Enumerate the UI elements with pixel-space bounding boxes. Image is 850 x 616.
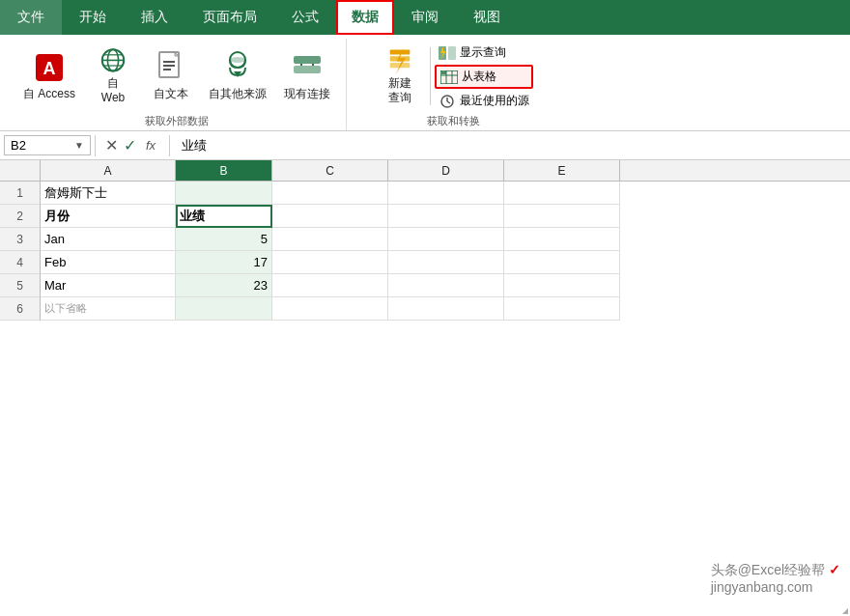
cell-a6[interactable]: 以下省略 (41, 297, 176, 321)
cell-e6[interactable] (504, 297, 620, 321)
cell-e1[interactable] (504, 182, 620, 205)
tab-home[interactable]: 开始 (62, 0, 124, 35)
transform-items: 新建 查询 显示查询 (374, 42, 533, 110)
cell-c3[interactable] (272, 228, 388, 251)
ribbon-group-transform: 新建 查询 显示查询 (347, 39, 559, 130)
column-headers: A B C D E (0, 160, 850, 182)
web-icon (96, 46, 130, 74)
watermark-text: 头条@Excel经验帮 (711, 562, 825, 577)
formula-icons: ✕ ✓ fx (99, 136, 165, 154)
cell-b1[interactable] (176, 182, 272, 205)
from-other-label: 自其他来源 (209, 87, 267, 102)
cell-a2[interactable]: 月份 (41, 205, 176, 228)
cell-d4[interactable] (388, 251, 504, 274)
svg-rect-16 (294, 66, 321, 73)
row-num-3: 3 (0, 228, 41, 251)
cell-d6[interactable] (388, 297, 504, 321)
cell-c5[interactable] (272, 274, 388, 297)
cell-a1[interactable]: 詹姆斯下士 (41, 182, 176, 205)
from-other-button[interactable]: 自其他来源 (203, 42, 272, 110)
new-query-icon (382, 46, 417, 76)
formula-separator (95, 135, 96, 156)
cell-a4[interactable]: Feb (41, 251, 176, 274)
row-num-5: 5 (0, 274, 41, 297)
transform-group-label: 获取和转换 (427, 110, 480, 128)
ribbon-container: 文件 开始 插入 页面布局 公式 数据 审阅 视图 A 自 Access (0, 0, 850, 131)
tab-page-layout[interactable]: 页面布局 (185, 0, 274, 35)
ribbon-group-external: A 自 Access 自 Web (8, 39, 347, 130)
from-text-button[interactable]: 自文本 (145, 42, 197, 110)
col-header-e[interactable]: E (504, 160, 620, 181)
cell-a5[interactable]: Mar (41, 274, 176, 297)
svg-rect-15 (294, 56, 321, 64)
fx-label: fx (142, 138, 159, 153)
from-web-button[interactable]: 自 Web (87, 42, 139, 110)
from-access-label: 自 Access (23, 87, 75, 102)
cell-b4[interactable]: 17 (176, 251, 272, 274)
confirm-formula-icon[interactable]: ✓ (124, 136, 136, 154)
cell-b6[interactable] (176, 297, 272, 321)
row-num-1: 1 (0, 182, 41, 205)
cell-d3[interactable] (388, 228, 504, 251)
tab-file[interactable]: 文件 (0, 0, 62, 35)
cell-b3[interactable]: 5 (176, 228, 272, 251)
divider (430, 47, 431, 105)
tab-formulas[interactable]: 公式 (274, 0, 336, 35)
cell-e5[interactable] (504, 274, 620, 297)
cell-a3[interactable]: Jan (41, 228, 176, 251)
cell-d1[interactable] (388, 182, 504, 205)
transform-small-buttons: 显示查询 从表格 (435, 42, 533, 110)
select-all-icon (836, 602, 848, 614)
show-queries-button[interactable]: 显示查询 (435, 42, 533, 63)
name-box[interactable]: B2 ▼ (4, 135, 91, 155)
existing-connections-button[interactable]: 现有连接 (278, 42, 336, 110)
svg-rect-30 (441, 71, 446, 74)
watermark: 头条@Excel经验帮 ✓ jingyanbang.com (711, 562, 840, 595)
row-num-6: 6 (0, 297, 41, 321)
cell-c2[interactable] (272, 205, 388, 228)
table-row: 5 Mar 23 (0, 274, 850, 297)
svg-rect-24 (448, 46, 456, 60)
svg-rect-19 (389, 49, 410, 54)
cell-b5[interactable]: 23 (176, 274, 272, 297)
select-all-corner[interactable] (0, 160, 41, 181)
formula-input[interactable] (174, 138, 846, 153)
row-num-2: 2 (0, 205, 41, 228)
cell-d2[interactable] (388, 205, 504, 228)
svg-point-13 (230, 57, 245, 63)
from-web-label: 自 Web (101, 76, 125, 106)
tab-view[interactable]: 视图 (456, 0, 518, 35)
svg-marker-34 (842, 608, 848, 614)
recent-sources-button[interactable]: 最近使用的源 (435, 91, 533, 111)
cell-c4[interactable] (272, 251, 388, 274)
cancel-formula-icon[interactable]: ✕ (105, 136, 118, 154)
formula-bar: B2 ▼ ✕ ✓ fx (0, 131, 850, 160)
cell-b2[interactable]: 业绩 (176, 205, 272, 228)
from-table-button[interactable]: 从表格 (435, 65, 533, 89)
cell-d5[interactable] (388, 274, 504, 297)
col-header-c[interactable]: C (272, 160, 388, 181)
cell-reference: B2 (11, 138, 26, 153)
tab-review[interactable]: 审阅 (394, 0, 456, 35)
tab-insert[interactable]: 插入 (124, 0, 185, 35)
row-num-4: 4 (0, 251, 41, 274)
col-header-d[interactable]: D (388, 160, 504, 181)
col-header-b[interactable]: B (176, 160, 272, 181)
col-header-a[interactable]: A (41, 160, 176, 181)
from-table-icon (440, 70, 458, 84)
cell-c6[interactable] (272, 297, 388, 321)
show-queries-icon (439, 46, 456, 60)
cell-e2[interactable] (504, 205, 620, 228)
cell-e4[interactable] (504, 251, 620, 274)
table-row: 6 以下省略 (0, 297, 850, 321)
new-query-button[interactable]: 新建 查询 (374, 42, 426, 110)
tab-data[interactable]: 数据 (336, 0, 394, 35)
from-access-button[interactable]: A 自 Access (17, 42, 81, 110)
cell-c1[interactable] (272, 182, 388, 205)
cell-e3[interactable] (504, 228, 620, 251)
from-table-label: 从表格 (462, 69, 496, 85)
formula-separator-2 (169, 135, 170, 156)
watermark-url: jingyanbang.com (711, 579, 813, 595)
table-row: 1 詹姆斯下士 (0, 182, 850, 205)
ribbon-tab-bar: 文件 开始 插入 页面布局 公式 数据 审阅 视图 (0, 0, 850, 35)
